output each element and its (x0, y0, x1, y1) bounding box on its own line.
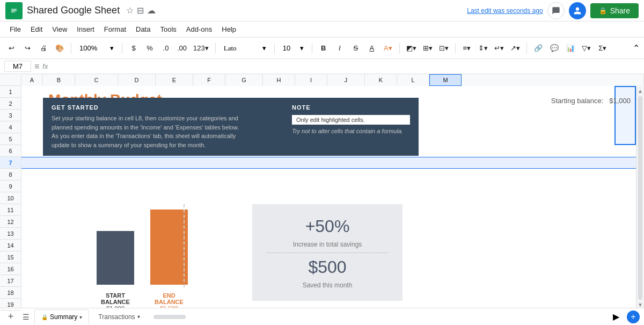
scroll-thumb[interactable] (638, 96, 642, 300)
row-2[interactable]: 2 (0, 98, 21, 110)
grid-lines[interactable] (21, 86, 636, 308)
scroll-track[interactable] (153, 315, 186, 319)
transactions-tab[interactable]: Transactions ▾ (91, 309, 147, 324)
menu-view[interactable]: View (48, 24, 71, 34)
font-size-dropdown[interactable]: ▾ (279, 41, 308, 55)
col-header-c[interactable]: C (75, 74, 118, 86)
redo-button[interactable]: ↪ (20, 41, 34, 55)
star-icon[interactable]: ☆ (126, 5, 134, 16)
menu-help[interactable]: Help (217, 24, 240, 34)
row-18[interactable]: 18 (0, 287, 21, 299)
row-15[interactable]: 15 (0, 251, 21, 263)
undo-button[interactable]: ↩ (4, 41, 18, 55)
summary-tab[interactable]: 🔒 Summary ▾ (34, 309, 89, 324)
functions-button[interactable]: Σ▾ (596, 41, 610, 55)
user-avatar[interactable] (569, 2, 586, 19)
row-7[interactable]: 7 (0, 157, 21, 169)
font-input[interactable] (224, 44, 261, 53)
formula-input[interactable] (51, 61, 640, 71)
underline-button[interactable]: A (365, 41, 379, 55)
row-12[interactable]: 12 (0, 216, 21, 228)
row-8[interactable]: 8 (0, 169, 21, 180)
row-5[interactable]: 5 (0, 133, 21, 145)
col-header-h[interactable]: H (263, 74, 295, 86)
increase-decimal-button[interactable]: .00 (175, 41, 189, 55)
col-header-e[interactable]: E (156, 74, 193, 86)
v-align-button[interactable]: ⇕▾ (476, 41, 490, 55)
summary-tab-dropdown[interactable]: ▾ (79, 314, 82, 320)
add-sheet-button[interactable]: + (4, 310, 17, 323)
menu-edit[interactable]: Edit (26, 24, 47, 34)
scroll-down-arrow[interactable]: ▼ (638, 302, 643, 308)
row-16[interactable]: 16 (0, 263, 21, 275)
row-6[interactable]: 6 (0, 145, 21, 157)
h-align-button[interactable]: ≡▾ (460, 41, 474, 55)
font-size-input[interactable] (283, 44, 299, 52)
row-4[interactable]: 4 (0, 121, 21, 133)
comment-button[interactable] (547, 2, 565, 19)
rotate-button[interactable]: ↗▾ (508, 41, 522, 55)
col-header-l[interactable]: L (397, 74, 429, 86)
fill-color-button[interactable]: ◩▾ (404, 41, 419, 55)
col-header-d[interactable]: D (118, 74, 156, 86)
col-header-b[interactable]: B (43, 74, 75, 86)
text-color-button[interactable]: A▾ (381, 41, 395, 55)
font-dropdown[interactable]: ▾ (220, 41, 270, 55)
row-3[interactable]: 3 (0, 110, 21, 121)
cell-reference-input[interactable] (4, 61, 31, 72)
menu-format[interactable]: Format (100, 24, 130, 34)
borders-button[interactable]: ⊞▾ (421, 41, 435, 55)
menu-data[interactable]: Data (131, 24, 155, 34)
filter-button[interactable]: ▽▾ (580, 41, 594, 55)
more-formats-button[interactable]: 123▾ (191, 41, 211, 55)
sheet-content[interactable]: GET STARTED Set your starting balance in… (21, 86, 636, 308)
cloud-icon[interactable]: ☁ (147, 5, 156, 16)
row-9[interactable]: 9 (0, 180, 21, 192)
col-header-m[interactable]: M (429, 74, 462, 86)
menu-file[interactable]: File (5, 24, 25, 34)
row-17[interactable]: 17 (0, 275, 21, 287)
row-19[interactable]: 19 (0, 299, 21, 310)
folder-icon[interactable]: ⊟ (137, 5, 144, 16)
col-header-j[interactable]: J (327, 74, 365, 86)
strikethrough-button[interactable]: S (349, 41, 363, 55)
decrease-decimal-button[interactable]: .0 (159, 41, 173, 55)
print-button[interactable]: 🖨 (36, 41, 50, 55)
percent-button[interactable]: % (143, 41, 157, 55)
all-sheets-button[interactable]: ☰ (19, 310, 32, 323)
col-header-a[interactable]: A (21, 74, 43, 86)
bold-button[interactable]: B (317, 41, 331, 55)
zoom-dropdown[interactable]: ▾ (76, 41, 118, 55)
app-icon[interactable] (5, 2, 23, 19)
italic-button[interactable]: I (333, 41, 347, 55)
row-10[interactable]: 10 (0, 192, 21, 204)
menu-insert[interactable]: Insert (72, 24, 99, 34)
wrap-button[interactable]: ↵▾ (492, 41, 506, 55)
expand-button[interactable]: ⌃ (633, 43, 640, 53)
link-button[interactable]: 🔗 (531, 41, 545, 55)
last-edit[interactable]: Last edit was seconds ago (467, 7, 543, 15)
col-header-i[interactable]: I (295, 74, 327, 86)
row-14[interactable]: 14 (0, 240, 21, 251)
vertical-scrollbar[interactable]: ▲ ▼ (636, 86, 644, 308)
paint-format-button[interactable]: 🎨 (53, 41, 67, 55)
chart-button[interactable]: 📊 (564, 41, 577, 55)
comment-toolbar-button[interactable]: 💬 (547, 41, 561, 55)
scroll-right-button[interactable]: ▶ (610, 310, 623, 323)
currency-button[interactable]: $ (127, 41, 141, 55)
col-header-k[interactable]: K (365, 74, 397, 86)
row-11[interactable]: 11 (0, 204, 21, 216)
add-sheet-right-button[interactable]: + (627, 310, 640, 323)
menu-tools[interactable]: Tools (156, 24, 180, 34)
horizontal-scrollbar[interactable] (153, 315, 603, 319)
scroll-up-arrow[interactable]: ▲ (638, 88, 643, 94)
row-13[interactable]: 13 (0, 228, 21, 240)
col-header-f[interactable]: F (193, 74, 225, 86)
transactions-tab-dropdown[interactable]: ▾ (137, 314, 140, 320)
col-header-g[interactable]: G (225, 74, 263, 86)
row-1[interactable]: 1 (0, 86, 21, 98)
merge-button[interactable]: ⊡▾ (437, 41, 451, 55)
menu-addons[interactable]: Add-ons (182, 24, 216, 34)
zoom-input[interactable] (79, 44, 109, 52)
share-button[interactable]: 🔒 Share (590, 3, 639, 18)
